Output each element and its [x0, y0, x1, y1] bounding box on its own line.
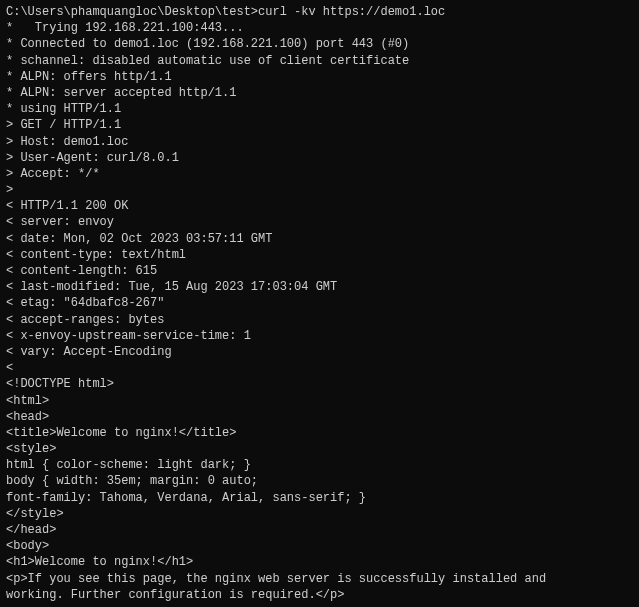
terminal-line: >: [6, 182, 633, 198]
terminal-line: * Connected to demo1.loc (192.168.221.10…: [6, 36, 633, 52]
terminal-line: > GET / HTTP/1.1: [6, 117, 633, 133]
terminal-line: <h1>Welcome to nginx!</h1>: [6, 554, 633, 570]
terminal-line: > Host: demo1.loc: [6, 134, 633, 150]
terminal-output[interactable]: C:\Users\phamquangloc\Desktop\test>curl …: [6, 4, 633, 607]
terminal-line: <!DOCTYPE html>: [6, 376, 633, 392]
terminal-line: < HTTP/1.1 200 OK: [6, 198, 633, 214]
terminal-line: * schannel: disabled automatic use of cl…: [6, 53, 633, 69]
terminal-line: < server: envoy: [6, 214, 633, 230]
terminal-line: < x-envoy-upstream-service-time: 1: [6, 328, 633, 344]
terminal-line: * ALPN: offers http/1.1: [6, 69, 633, 85]
terminal-line: * Trying 192.168.221.100:443...: [6, 20, 633, 36]
terminal-line: <style>: [6, 441, 633, 457]
terminal-line: < content-type: text/html: [6, 247, 633, 263]
terminal-line: > Accept: */*: [6, 166, 633, 182]
terminal-line: > User-Agent: curl/8.0.1: [6, 150, 633, 166]
terminal-line: font-family: Tahoma, Verdana, Arial, san…: [6, 490, 633, 506]
terminal-line: </head>: [6, 522, 633, 538]
terminal-line: body { width: 35em; margin: 0 auto;: [6, 473, 633, 489]
terminal-line: < vary: Accept-Encoding: [6, 344, 633, 360]
terminal-line: C:\Users\phamquangloc\Desktop\test>curl …: [6, 4, 633, 20]
terminal-line: <: [6, 360, 633, 376]
terminal-line: <p>If you see this page, the nginx web s…: [6, 571, 633, 587]
terminal-line: working. Further configuration is requir…: [6, 587, 633, 603]
terminal-line: < last-modified: Tue, 15 Aug 2023 17:03:…: [6, 279, 633, 295]
terminal-line: [6, 603, 633, 607]
terminal-line: < content-length: 615: [6, 263, 633, 279]
terminal-line: html { color-scheme: light dark; }: [6, 457, 633, 473]
terminal-line: <html>: [6, 393, 633, 409]
terminal-line: < date: Mon, 02 Oct 2023 03:57:11 GMT: [6, 231, 633, 247]
terminal-line: <body>: [6, 538, 633, 554]
terminal-line: < accept-ranges: bytes: [6, 312, 633, 328]
terminal-line: <title>Welcome to nginx!</title>: [6, 425, 633, 441]
terminal-line: * ALPN: server accepted http/1.1: [6, 85, 633, 101]
terminal-line: <head>: [6, 409, 633, 425]
terminal-line: < etag: "64dbafc8-267": [6, 295, 633, 311]
terminal-line: </style>: [6, 506, 633, 522]
terminal-line: * using HTTP/1.1: [6, 101, 633, 117]
